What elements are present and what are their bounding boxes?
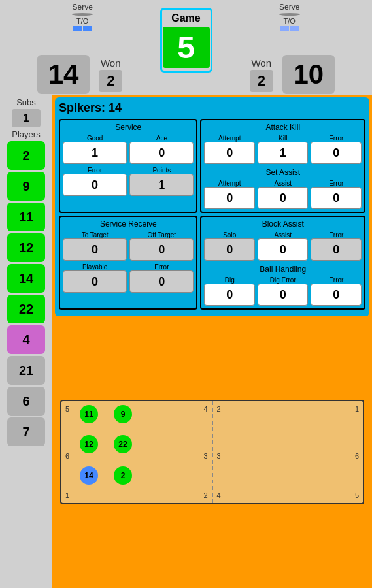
service-good-input[interactable] (63, 142, 127, 164)
player-btn-9[interactable]: 9 (7, 172, 45, 201)
game-label: Game (171, 12, 200, 24)
set-attempt-label: Attempt (218, 180, 241, 187)
bh-dig-input[interactable] (204, 284, 255, 306)
block-title: Block Assist (204, 220, 362, 229)
pos-4: 4 (203, 405, 207, 413)
left-serve-circle[interactable] (72, 13, 93, 16)
set-fields: Attempt Assist Error (204, 180, 362, 209)
block-error-input[interactable] (311, 238, 362, 261)
service-bottom-fields: Error Points (63, 167, 194, 196)
set-attempt-input[interactable] (204, 187, 255, 209)
sr-playable-input[interactable] (63, 270, 127, 293)
left-team-block: Serve T/O 14 Won 2 Spikers (0, 0, 160, 95)
bh-error-label: Error (329, 276, 343, 284)
service-points-input[interactable] (129, 174, 194, 196)
service-good-field: Good (63, 135, 127, 164)
court-player-2[interactable]: 2 (114, 466, 132, 485)
bh-dig-error-label: Dig Error (270, 276, 296, 284)
court-player-12[interactable]: 12 (80, 435, 98, 453)
player-btn-2[interactable]: 2 (7, 141, 45, 170)
subs-box[interactable]: 1 (12, 109, 41, 127)
player-btn-22[interactable]: 22 (7, 295, 45, 323)
service-top-fields: Good Ace (63, 135, 194, 164)
pos-r-1: 1 (355, 405, 359, 413)
ball-handling-subsection: Ball Handling Dig Dig Error Er (204, 265, 362, 306)
pos-r-2: 2 (217, 405, 221, 413)
right-won-label: Won (251, 57, 271, 69)
player-btn-6[interactable]: 6 (7, 387, 45, 416)
right-score-row: Won 2 10 (245, 35, 335, 94)
left-score-row: 14 Won 2 (37, 35, 127, 94)
court-player-14[interactable]: 14 (80, 466, 98, 485)
service-ace-input[interactable] (129, 142, 194, 164)
sr-error-input[interactable] (129, 270, 194, 293)
attack-kill-field: Kill (258, 135, 309, 164)
subs-label: Subs (16, 97, 36, 107)
court-right-half: 2 1 3 6 4 5 (213, 401, 364, 503)
player-btn-12[interactable]: 12 (7, 233, 45, 262)
set-error-input[interactable] (311, 187, 362, 209)
attack-attempt-field: Attempt (204, 135, 255, 164)
player-btn-4[interactable]: 4 (7, 325, 45, 354)
block-assist-input[interactable] (258, 238, 309, 261)
player-btn-11[interactable]: 11 (7, 203, 45, 231)
content-area: Spikers: 14 Service Good Ace (52, 95, 372, 588)
set-title: Set Assist (204, 168, 362, 177)
sr-playable-field: Playable (63, 263, 127, 293)
bh-dig-field: Dig (204, 276, 255, 306)
right-serve-circle[interactable] (279, 13, 300, 16)
bh-dig-label: Dig (225, 276, 235, 284)
attack-error-field: Error (311, 135, 362, 164)
court-wrapper: 5 4 6 3 1 2 11 9 12 22 (58, 397, 367, 507)
set-assist-field: Assist (258, 180, 309, 209)
main-area: Subs 1 Players 2 9 11 12 14 22 4 21 6 7 … (0, 95, 372, 588)
ball-handling-fields: Dig Dig Error Error (204, 276, 362, 306)
service-error-label: Error (88, 167, 102, 174)
court-player-22[interactable]: 22 (114, 435, 132, 453)
set-assist-label: Assist (274, 180, 292, 187)
block-error-field: Error (311, 231, 362, 261)
set-attempt-field: Attempt (204, 180, 255, 209)
attack-error-input[interactable] (311, 142, 362, 164)
attack-kill-label: Kill (279, 135, 287, 142)
service-receive-title: Service Receive (63, 220, 194, 229)
court-player-9[interactable]: 9 (114, 405, 132, 423)
right-to-bars (280, 26, 299, 31)
block-assist-field: Assist (258, 231, 309, 261)
service-error-input[interactable] (63, 174, 127, 196)
bh-dig-error-input[interactable] (258, 284, 309, 306)
service-good-label: Good (87, 135, 103, 142)
left-serve-label: Serve (73, 3, 93, 12)
right-score-box[interactable]: 10 (282, 55, 335, 94)
left-score-box[interactable]: 14 (37, 55, 90, 94)
left-to-label: T/O (76, 17, 88, 25)
game-block: Game 5 (160, 8, 212, 73)
set-subsection: Set Assist Attempt Assist Erro (204, 168, 362, 209)
bh-error-input[interactable] (311, 284, 362, 306)
right-won-score: 2 (250, 70, 273, 92)
sr-off-target-input[interactable] (129, 238, 194, 261)
pos-r-3: 3 (217, 452, 221, 460)
right-serve-label: Serve (279, 3, 299, 12)
attack-kill-input[interactable] (258, 142, 309, 164)
left-won-score: 2 (99, 70, 122, 92)
court-player-11[interactable]: 11 (80, 405, 98, 423)
service-title: Service (63, 123, 194, 132)
player-btn-14[interactable]: 14 (7, 264, 45, 293)
bh-dig-error-field: Dig Error (258, 276, 309, 306)
right-to-bar-2 (290, 26, 299, 31)
block-error-label: Error (329, 231, 343, 238)
service-error-field: Error (63, 167, 127, 196)
block-solo-input[interactable] (204, 238, 255, 261)
set-assist-input[interactable] (258, 187, 309, 209)
pos-r-5: 5 (355, 491, 359, 499)
attack-title: Attack Kill (204, 123, 362, 132)
player-btn-7[interactable]: 7 (7, 417, 45, 446)
game-score[interactable]: 5 (163, 27, 210, 68)
court-left-half: 5 4 6 3 1 2 11 9 12 22 (61, 401, 213, 503)
left-to-bar-2 (83, 26, 92, 31)
player-btn-21[interactable]: 21 (7, 356, 45, 385)
pos-r-4: 4 (217, 491, 221, 499)
attack-attempt-input[interactable] (204, 142, 255, 164)
sr-to-target-input[interactable] (63, 238, 127, 261)
